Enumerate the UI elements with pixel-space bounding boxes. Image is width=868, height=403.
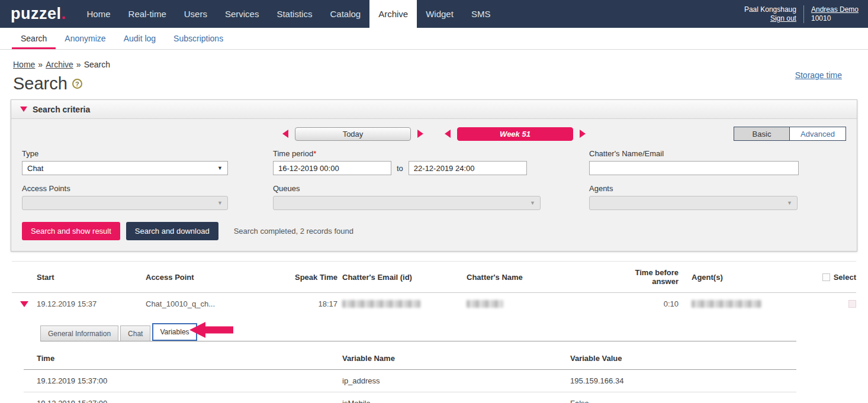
col-time-before-answer: Time before answer (611, 262, 683, 292)
criteria-actions: Search and show result Search and downlo… (22, 222, 846, 240)
col-chatter-name: Chatter's Name (467, 266, 611, 288)
row-chatter-name (467, 294, 611, 314)
col-speak-time: Speak Time (271, 266, 342, 288)
var-col-name: Variable Name (329, 347, 557, 369)
agents-select[interactable]: ▼ (589, 196, 798, 210)
previous-week-icon[interactable] (445, 130, 451, 138)
var-col-value: Variable Value (557, 347, 796, 369)
criteria-form-row-1: Type Chat ▼ Time period* to Chatter's Na… (22, 149, 846, 175)
var-col-time: Time (24, 347, 329, 369)
var-value: 195.159.166.34 (557, 370, 796, 392)
queues-select[interactable]: ▼ (273, 196, 541, 210)
current-user-block: Paal Kongshaug Sign out (744, 5, 796, 23)
chatter-label: Chatter's Name/Email (589, 149, 846, 158)
nav-archive[interactable]: Archive (369, 0, 417, 28)
archive-sub-nav: Search Anonymize Audit log Subscriptions (0, 28, 868, 50)
collapse-triangle-icon (20, 107, 27, 112)
search-status-text: Search completed, 2 records found (234, 227, 353, 236)
advanced-button[interactable]: Advanced (790, 127, 846, 141)
page-title: Search (13, 74, 67, 94)
time-period-label: Time period* (273, 149, 589, 158)
breadcrumb-archive[interactable]: Archive (46, 60, 73, 69)
access-points-field: Access Points ▼ (22, 184, 273, 210)
breadcrumb-home[interactable]: Home (13, 60, 35, 69)
col-access-point: Access Point (146, 266, 271, 288)
nav-widget[interactable]: Widget (417, 0, 462, 28)
subnav-audit-log[interactable]: Audit log (115, 28, 165, 49)
chevron-down-icon: ▼ (217, 200, 223, 206)
var-value: False (557, 392, 796, 403)
account-id: 10010 (811, 14, 859, 23)
annotation-arrow-icon (189, 322, 233, 338)
detail-tabs: General Information Chat Variables (40, 323, 796, 341)
nav-users[interactable]: Users (175, 0, 216, 28)
row-agents (683, 294, 809, 314)
subnav-search[interactable]: Search (12, 28, 56, 49)
time-from-input[interactable] (273, 161, 391, 175)
row-speak-time: 18:17 (271, 293, 342, 315)
top-nav: Home Real-time Users Services Statistics… (78, 0, 500, 28)
queues-label: Queues (273, 184, 589, 193)
logo-text: puzzel (11, 5, 62, 23)
agents-field: Agents ▼ (589, 184, 846, 210)
top-bar: puzzel. Home Real-time Users Services St… (0, 0, 868, 28)
row-checkbox[interactable] (848, 300, 856, 308)
nav-home[interactable]: Home (78, 0, 120, 28)
row-chatter-email (342, 294, 467, 314)
agents-label: Agents (589, 184, 846, 193)
var-time: 19.12.2019 15:37:00 (24, 392, 329, 403)
select-all-checkbox[interactable] (822, 273, 830, 281)
col-select: Select (809, 266, 856, 288)
week-button[interactable]: Week 51 (457, 127, 573, 141)
subnav-subscriptions[interactable]: Subscriptions (165, 28, 232, 49)
tab-general-information[interactable]: General Information (40, 325, 118, 341)
next-day-icon[interactable] (417, 130, 423, 138)
nav-services[interactable]: Services (216, 0, 268, 28)
logo-dot: . (62, 5, 66, 23)
time-to-input[interactable] (409, 161, 527, 175)
queues-field: Queues ▼ (273, 184, 589, 210)
subnav-anonymize[interactable]: Anonymize (56, 28, 114, 49)
sign-out-link[interactable]: Sign out (770, 14, 796, 22)
row-expander[interactable] (12, 295, 37, 314)
search-show-result-button[interactable]: Search and show result (22, 222, 120, 240)
type-select[interactable]: Chat ▼ (22, 161, 228, 175)
nav-sms[interactable]: SMS (462, 0, 500, 28)
time-period-field: Time period* to (273, 149, 589, 175)
tab-chat[interactable]: Chat (120, 325, 150, 341)
criteria-form-row-2: Access Points ▼ Queues ▼ Agents ▼ (22, 184, 846, 210)
access-points-select[interactable]: ▼ (22, 196, 228, 210)
user-divider (803, 5, 804, 23)
col-start: Start (37, 266, 146, 288)
var-name: isMobile (329, 392, 557, 403)
nav-statistics[interactable]: Statistics (268, 0, 321, 28)
title-row: Search ? Storage time (13, 74, 855, 94)
next-week-icon[interactable] (580, 130, 586, 138)
to-label: to (397, 164, 403, 173)
basic-button[interactable]: Basic (734, 127, 790, 141)
row-time-before-answer: 0:10 (611, 293, 683, 315)
col-chatter-email: Chatter's Email (id) (342, 266, 467, 288)
chatter-input[interactable] (589, 161, 799, 175)
previous-day-icon[interactable] (282, 130, 288, 138)
chevron-down-icon: ▼ (217, 165, 223, 171)
col-agents: Agent(s) (683, 266, 809, 288)
puzzel-logo: puzzel. (0, 0, 78, 28)
breadcrumb-separator: » (38, 60, 43, 69)
chevron-down-icon: ▼ (787, 200, 792, 206)
today-button[interactable]: Today (295, 127, 411, 141)
nav-real-time[interactable]: Real-time (120, 0, 175, 28)
user-name: Paal Kongshaug (744, 5, 796, 14)
account-name-link[interactable]: Andreas Demo (811, 5, 859, 14)
result-row[interactable]: 19.12.2019 15:37 Chat_10010_q_ch... 18:1… (12, 293, 856, 315)
storage-time-link[interactable]: Storage time (795, 70, 842, 80)
nav-catalog[interactable]: Catalog (321, 0, 369, 28)
redacted-agent (692, 300, 761, 308)
help-icon[interactable]: ? (72, 79, 82, 89)
search-criteria-header[interactable]: Search criteria (11, 100, 857, 119)
type-field: Type Chat ▼ (22, 149, 273, 175)
type-selected-value: Chat (27, 164, 43, 173)
search-download-button[interactable]: Search and download (126, 222, 218, 240)
account-block: Andreas Demo 10010 (811, 5, 859, 23)
date-navigation: Today Week 51 (22, 127, 846, 141)
